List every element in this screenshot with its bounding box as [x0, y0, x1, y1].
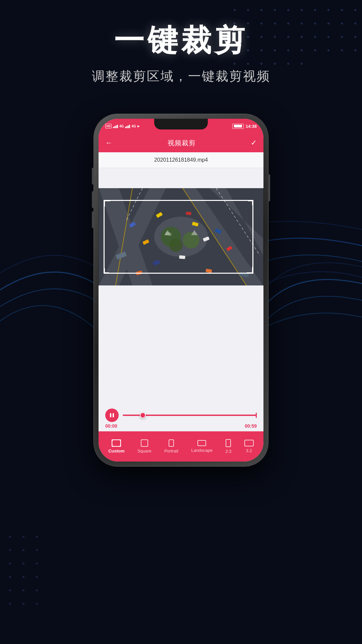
play-pause-button[interactable] — [105, 409, 119, 422]
portrait-label: Portrait — [164, 448, 178, 453]
custom-icon-svg — [112, 439, 121, 447]
confirm-button[interactable]: ✓ — [251, 139, 257, 147]
app-bar: ← 视频裁剪 ✓ — [99, 133, 263, 152]
svg-point-8 — [327, 9, 329, 11]
ratio32-icon-svg — [244, 440, 254, 446]
svg-point-2 — [247, 9, 249, 11]
timeline-area: 00:00 00:59 — [99, 403, 263, 431]
phone-screen-content: ← 视频裁剪 ✓ 20201126181849.mp4 — [99, 133, 263, 462]
svg-rect-108 — [169, 440, 174, 446]
hero-subtitle: 调整裁剪区域，一键裁剪视频 — [0, 68, 362, 85]
scrubber-thumb[interactable] — [140, 412, 146, 418]
signal-4g-1 — [113, 124, 118, 128]
toolbar-item-ratio23[interactable]: 2:3 — [222, 437, 235, 456]
svg-point-60 — [22, 589, 24, 591]
svg-point-9 — [341, 9, 343, 11]
svg-rect-97 — [113, 413, 114, 417]
toolbar-item-landscape[interactable]: Landscape — [188, 438, 216, 455]
total-time: 00:59 — [245, 423, 257, 429]
custom-crop-icon — [112, 439, 121, 447]
battery-icon — [232, 124, 244, 129]
svg-point-61 — [36, 589, 38, 591]
svg-point-63 — [22, 603, 24, 605]
svg-rect-111 — [245, 440, 253, 446]
filename-text: 20201126181849.mp4 — [154, 157, 208, 163]
toolbar-item-ratio32[interactable]: 3.2 — [241, 438, 257, 455]
dot-grid-bottom-left — [9, 536, 38, 605]
bottom-toolbar: Custom Square — [99, 431, 263, 462]
scrubber-row — [105, 409, 257, 422]
ratio32-label: 3.2 — [246, 448, 252, 453]
back-button[interactable]: ← — [105, 139, 113, 147]
svg-point-93 — [169, 238, 183, 252]
wifi-icon: ▸ — [137, 124, 139, 128]
app-title: 视频裁剪 — [168, 139, 196, 148]
square-icon — [141, 439, 148, 447]
video-top-spacer — [99, 168, 263, 188]
svg-point-4 — [274, 9, 276, 11]
svg-rect-98 — [112, 440, 121, 446]
status-right: 14:38 — [232, 124, 257, 129]
svg-point-49 — [36, 536, 38, 538]
svg-point-6 — [301, 9, 303, 11]
svg-point-50 — [9, 549, 11, 551]
ratio23-label: 2:3 — [225, 449, 231, 454]
current-time: 00:00 — [105, 423, 117, 429]
phone-screen: HD 4G 4G ▸ — [99, 119, 263, 462]
ratio32-icon — [244, 440, 254, 446]
hero-section: 一键裁剪 调整裁剪区域，一键裁剪视频 — [0, 20, 362, 85]
landscape-label: Landscape — [191, 448, 213, 453]
landscape-icon-svg — [197, 440, 206, 446]
svg-point-56 — [9, 576, 11, 578]
road-intersection-image — [99, 188, 263, 285]
svg-rect-96 — [110, 413, 111, 417]
custom-label: Custom — [108, 448, 124, 453]
svg-point-54 — [22, 562, 24, 565]
phone-notch — [154, 119, 208, 129]
status-left: HD 4G 4G ▸ — [105, 124, 139, 128]
square-label: Square — [137, 448, 152, 453]
phone-outer-frame: HD 4G 4G ▸ — [94, 114, 268, 466]
svg-point-5 — [287, 9, 289, 11]
svg-point-64 — [36, 603, 38, 605]
square-icon-svg — [141, 439, 148, 447]
video-frame — [99, 188, 263, 285]
svg-point-51 — [22, 549, 24, 551]
svg-point-1 — [234, 9, 236, 11]
svg-rect-107 — [141, 440, 148, 446]
svg-point-55 — [36, 562, 38, 565]
svg-point-58 — [36, 576, 38, 578]
phone-mockup: HD 4G 4G ▸ — [94, 114, 268, 466]
scrubber-track[interactable] — [123, 415, 257, 416]
scrubber-end — [256, 413, 257, 418]
svg-point-53 — [9, 562, 11, 565]
svg-point-57 — [22, 576, 24, 578]
svg-point-52 — [36, 549, 38, 551]
toolbar-item-square[interactable]: Square — [134, 437, 155, 455]
4g-label-1: 4G — [119, 124, 124, 128]
toolbar-item-portrait[interactable]: Portrait — [161, 437, 182, 455]
bottom-spacer — [99, 285, 263, 403]
ratio23-icon-svg — [226, 439, 231, 447]
landscape-icon — [197, 440, 206, 446]
ratio23-icon — [226, 439, 231, 447]
svg-rect-90 — [239, 272, 249, 277]
hero-title: 一键裁剪 — [0, 20, 362, 61]
svg-point-62 — [9, 603, 11, 605]
svg-point-3 — [260, 9, 262, 11]
svg-rect-85 — [186, 212, 191, 215]
portrait-icon — [169, 439, 174, 447]
toolbar-item-custom[interactable]: Custom — [105, 437, 128, 455]
pause-icon — [109, 413, 115, 418]
svg-point-7 — [314, 9, 316, 11]
portrait-icon-svg — [169, 439, 174, 447]
time-display: 14:38 — [246, 124, 257, 129]
svg-rect-110 — [226, 439, 231, 447]
svg-point-59 — [9, 589, 11, 591]
video-thumbnail — [99, 188, 263, 285]
svg-point-10 — [354, 9, 356, 11]
signal-4g-2 — [125, 124, 130, 128]
svg-rect-109 — [198, 440, 206, 446]
time-row: 00:00 00:59 — [105, 423, 257, 429]
svg-point-47 — [9, 536, 11, 538]
